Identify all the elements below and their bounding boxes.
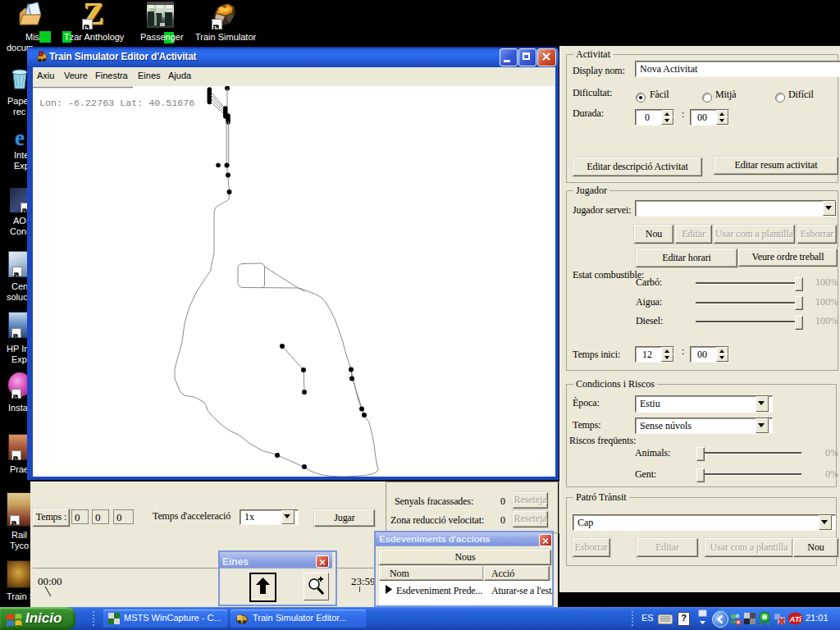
- svg-text:ATi: ATi: [789, 614, 802, 623]
- svg-text:Lon: -6.22763 Lat: 40.51676: Lon: -6.22763 Lat: 40.51676: [39, 98, 194, 109]
